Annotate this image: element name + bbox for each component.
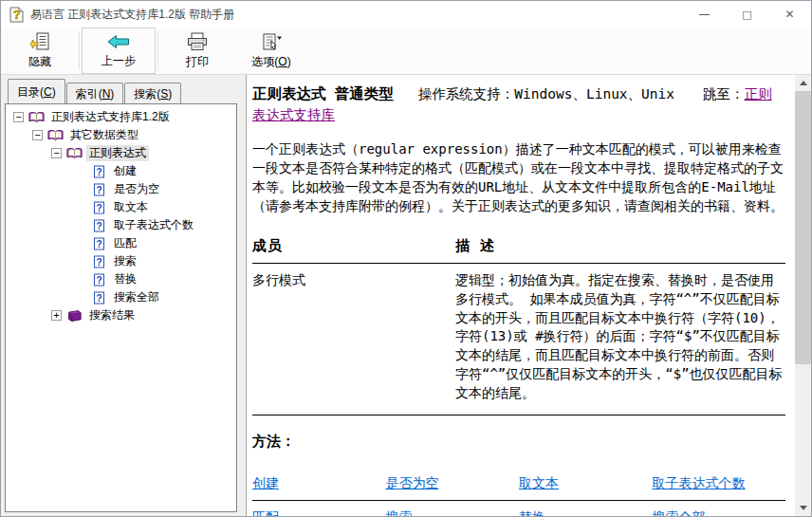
member-desc: 逻辑型；初始值为真。指定在搜索、替换时，是否使用多行模式。 如果本成员值为真，字…	[455, 263, 785, 415]
help-topic-icon: ?	[91, 219, 107, 232]
options-button[interactable]: 选项(O)	[234, 28, 308, 74]
tree-item-search-all[interactable]: ? 搜索全部	[8, 288, 234, 306]
svg-text:?: ?	[96, 202, 102, 212]
close-button[interactable]: ✕	[768, 1, 811, 28]
collapse-icon[interactable]: −	[51, 148, 62, 158]
table-row: 匹配 搜索 替换 搜索全部	[252, 501, 785, 516]
scroll-up-button[interactable]	[795, 75, 811, 91]
tree-item-search-results[interactable]: + 搜索结果	[8, 306, 234, 324]
back-button[interactable]: 上一步	[82, 28, 156, 74]
tree-item-isempty[interactable]: ? 是否为空	[8, 180, 234, 198]
topic-content: 正则表达式 普通类型操作系统支持：Windows、Linux、Unix跳至：正则…	[247, 75, 795, 516]
topic-pane: 正则表达式 普通类型操作系统支持：Windows、Linux、Unix跳至：正则…	[246, 75, 811, 516]
tree-item-subexpr-count[interactable]: ? 取子表达式个数	[8, 216, 234, 234]
help-file-icon: ?	[9, 7, 25, 23]
svg-text:?: ?	[96, 238, 102, 249]
main-area: 目录(C) 索引(N) 搜索(S) − 正则表达式支持库1.2版 − 其它数据类…	[1, 75, 811, 516]
method-link-subexpr-count[interactable]: 取子表达式个数	[653, 475, 746, 490]
window-title: 易语言 正则表达式支持库1.2版 帮助手册	[30, 7, 683, 23]
hide-icon	[29, 31, 50, 52]
member-name: 多行模式	[252, 263, 455, 415]
tab-contents[interactable]: 目录(C)	[8, 79, 65, 103]
table-row: 创建 是否为空 取文本 取子表达式个数	[252, 467, 785, 500]
members-table: 成员 描 述 多行模式 逻辑型；初始值为真。指定在搜索、替换时，是否使用多行模式…	[252, 234, 785, 415]
open-book-icon	[66, 147, 83, 160]
method-link-match[interactable]: 匹配	[252, 509, 279, 516]
methods-links-table: 创建 是否为空 取文本 取子表达式个数 匹配 搜索 替换 搜索全部	[252, 467, 785, 516]
method-link-create[interactable]: 创建	[252, 475, 279, 490]
scrollbar-thumb[interactable]	[795, 91, 811, 364]
options-icon	[260, 31, 283, 52]
toolbar-separator	[79, 31, 80, 70]
tree-item-gettext[interactable]: ? 取文本	[8, 198, 234, 216]
print-label: 打印	[186, 54, 209, 70]
members-header-name: 成员	[252, 234, 455, 264]
help-topic-icon: ?	[91, 255, 107, 268]
help-viewer-window: { "window": { "title": "易语言 正则表达式支持库1.2版…	[0, 0, 812, 517]
svg-text:?: ?	[96, 292, 102, 303]
toolbar-separator	[157, 31, 158, 70]
svg-text:?: ?	[96, 220, 102, 231]
topic-heading: 正则表达式 普通类型操作系统支持：Windows、Linux、Unix跳至：正则…	[252, 83, 785, 126]
toolbar: 隐藏 上一步 打印	[1, 28, 811, 75]
help-topic-icon: ?	[91, 237, 107, 250]
svg-text:?: ?	[96, 256, 102, 267]
tree-item-search[interactable]: ? 搜索	[8, 252, 234, 270]
maximize-button[interactable]: □	[726, 1, 768, 28]
svg-text:?: ?	[96, 184, 102, 194]
print-button[interactable]: 打印	[160, 28, 234, 74]
scroll-down-button[interactable]	[795, 500, 811, 516]
tab-search[interactable]: 搜索(S)	[124, 83, 181, 103]
jump-label: 跳至：	[703, 86, 745, 102]
open-book-icon	[47, 129, 64, 142]
methods-label: 方法：	[252, 432, 785, 452]
method-link-replace[interactable]: 替换	[519, 509, 545, 516]
members-header-row: 成员 描 述	[252, 234, 785, 264]
collapse-icon[interactable]: −	[32, 130, 43, 140]
table-row: 多行模式 逻辑型；初始值为真。指定在搜索、替换时，是否使用多行模式。 如果本成员…	[252, 263, 785, 415]
help-topic-icon: ?	[91, 291, 107, 305]
topic-intro: 一个正则表达式（regular expression）描述了一种文本匹配的模式，…	[252, 140, 785, 216]
method-link-gettext[interactable]: 取文本	[519, 475, 559, 490]
tree-item-replace[interactable]: ? 替换	[8, 270, 234, 288]
help-topic-icon: ?	[91, 183, 107, 196]
tree-item-other-datatypes[interactable]: − 其它数据类型	[8, 126, 234, 144]
method-link-search-all[interactable]: 搜索全部	[653, 509, 706, 516]
tree-item-create[interactable]: ? 创建	[8, 162, 234, 180]
tree-item-regex[interactable]: − 正则表达式	[8, 144, 234, 162]
closed-book-icon	[66, 309, 83, 323]
navigation-pane: 目录(C) 索引(N) 搜索(S) − 正则表达式支持库1.2版 − 其它数据类…	[1, 75, 241, 516]
svg-text:?: ?	[96, 166, 102, 176]
svg-text:?: ?	[96, 274, 102, 285]
back-label: 上一步	[102, 53, 136, 69]
method-link-isempty[interactable]: 是否为空	[386, 475, 439, 490]
tree-item-library[interactable]: − 正则表达式支持库1.2版	[8, 108, 234, 126]
svg-text:?: ?	[13, 9, 20, 22]
members-header-desc: 描 述	[455, 234, 785, 264]
scroll-up-icon	[800, 81, 807, 85]
help-topic-icon: ?	[91, 165, 107, 178]
hide-button[interactable]: 隐藏	[3, 28, 77, 74]
open-book-icon	[28, 111, 45, 124]
hide-label: 隐藏	[28, 54, 51, 70]
method-link-search[interactable]: 搜索	[386, 509, 413, 516]
vertical-scrollbar[interactable]	[795, 75, 811, 516]
scroll-down-icon	[800, 506, 807, 510]
topic-title: 正则表达式 普通类型	[252, 85, 394, 102]
tab-index[interactable]: 索引(N)	[66, 83, 124, 103]
back-arrow-icon	[107, 31, 130, 51]
tree-item-match[interactable]: ? 匹配	[8, 234, 234, 252]
help-topic-icon: ?	[91, 201, 107, 214]
help-topic-icon: ?	[91, 273, 107, 286]
options-label: 选项(O)	[251, 54, 290, 70]
expand-icon[interactable]: +	[51, 310, 62, 321]
collapse-icon[interactable]: −	[13, 112, 24, 122]
title-bar: ? 易语言 正则表达式支持库1.2版 帮助手册 — □ ✕	[1, 1, 811, 28]
nav-tabs: 目录(C) 索引(N) 搜索(S)	[1, 75, 241, 103]
printer-icon	[186, 31, 209, 52]
minimize-button[interactable]: —	[683, 1, 726, 28]
contents-tree: − 正则表达式支持库1.2版 − 其它数据类型 − 正则表达式 ? 创建	[5, 103, 237, 512]
os-support-text: 操作系统支持：Windows、Linux、Unix	[418, 86, 674, 102]
